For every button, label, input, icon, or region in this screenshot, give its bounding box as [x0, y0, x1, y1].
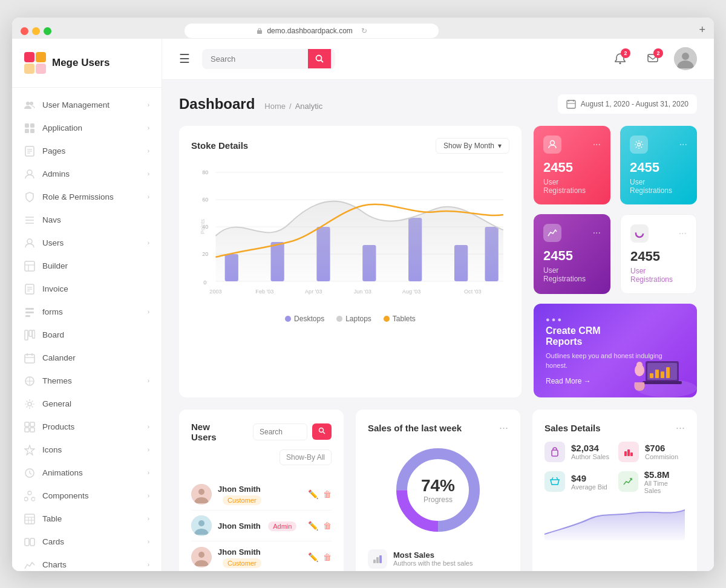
stat-value-1: 2455: [543, 160, 601, 175]
icons-icon: [24, 445, 35, 456]
sales-details-dots[interactable]: ···: [676, 422, 685, 434]
search-input[interactable]: [202, 49, 308, 69]
breadcrumb-home[interactable]: Home: [264, 102, 286, 111]
commission-value: $706: [645, 443, 678, 453]
show-by-button[interactable]: Show-By All: [280, 449, 332, 465]
delete-icon-2[interactable]: 🗑: [323, 521, 332, 531]
bottom-grid: NewUsers Show-By All: [179, 410, 697, 571]
svg-rect-29: [25, 315, 30, 317]
commission-icon: [618, 442, 639, 462]
sidebar-item-application[interactable]: Application ›: [12, 117, 162, 140]
edit-icon-2[interactable]: ✏️: [308, 521, 318, 531]
sidebar-item-forms[interactable]: forms ›: [12, 301, 162, 324]
crm-illustration: [624, 337, 697, 397]
dot-yellow[interactable]: [32, 27, 40, 35]
sidebar-item-cards[interactable]: Cards ›: [12, 531, 162, 554]
donut-label: Progress: [421, 495, 455, 504]
svg-rect-4: [36, 64, 46, 74]
sidebar-item-builder[interactable]: Builder: [12, 255, 162, 278]
sidebar-item-admins[interactable]: Admins ›: [12, 163, 162, 186]
forms-icon: [24, 307, 35, 318]
sidebar-item-animations[interactable]: Animations ›: [12, 462, 162, 485]
svg-rect-9: [25, 129, 29, 133]
svg-rect-1: [24, 52, 34, 62]
notification-button[interactable]: 2: [609, 47, 632, 70]
sidebar-item-table[interactable]: Table ›: [12, 508, 162, 531]
stat-card-cyan: ··· 2455 UserRegistrations: [620, 126, 697, 204]
new-users-card: NewUsers Show-By All: [179, 410, 344, 571]
edit-icon-3[interactable]: ✏️: [308, 552, 318, 562]
messages-button[interactable]: 2: [641, 47, 664, 70]
notification-badge: 2: [621, 48, 630, 58]
chart-filter-button[interactable]: Show By Month ▾: [436, 138, 509, 154]
reload-icon[interactable]: ↻: [361, 27, 367, 35]
dot-green[interactable]: [44, 27, 51, 35]
navs-icon: [24, 215, 35, 226]
cards-icon: [24, 537, 35, 547]
sidebar-item-products[interactable]: Products ›: [12, 416, 162, 439]
sidebar-item-components[interactable]: Components ›: [12, 485, 162, 508]
svg-point-19: [27, 239, 32, 244]
most-sales-name: Most Sales: [393, 550, 473, 560]
user-avatar[interactable]: [674, 47, 697, 70]
svg-text:Aug '03: Aug '03: [402, 289, 421, 295]
svg-text:Points: Points: [200, 218, 206, 234]
edit-icon-1[interactable]: ✏️: [308, 489, 318, 499]
most-sales-icon: [368, 549, 387, 569]
sidebar-item-icons[interactable]: Icons ›: [12, 439, 162, 462]
logo-icon: [24, 52, 46, 74]
new-tab-button[interactable]: +: [699, 24, 705, 39]
svg-text:80: 80: [202, 169, 208, 175]
user-name-2: Jhon Smith: [218, 521, 261, 531]
svg-rect-20: [25, 261, 34, 271]
delete-icon-1[interactable]: 🗑: [323, 489, 332, 499]
svg-point-115: [198, 520, 204, 526]
page-title: Dashboard: [179, 96, 255, 113]
sidebar-item-board[interactable]: Board: [12, 324, 162, 347]
user-info-2: Jhon Smith Admin: [218, 520, 302, 531]
date-range[interactable]: August 1, 2020 - August 31, 2020: [558, 94, 697, 114]
sidebar-item-invoice[interactable]: Invoice: [12, 278, 162, 301]
stats-row-top: ··· 2455 UserRegistrations: [534, 126, 697, 204]
donut-stat-icon: [635, 229, 644, 238]
svg-rect-33: [25, 354, 34, 363]
browser-address[interactable]: demo.dashboardpack.com ↻: [185, 24, 439, 38]
sidebar-item-charts[interactable]: Charts ›: [12, 554, 162, 571]
new-users-search-input[interactable]: [253, 423, 307, 440]
user-role-1: Customer: [223, 495, 261, 505]
detail-all-time: $5.8M All Time Sales: [618, 469, 685, 494]
search-button[interactable]: [308, 49, 331, 68]
svg-rect-2: [36, 52, 46, 62]
sales-chart-dots[interactable]: ···: [499, 422, 508, 434]
dot-red[interactable]: [21, 27, 28, 35]
search-icon: [315, 54, 324, 63]
all-time-value: $5.8M: [644, 469, 685, 480]
app-header: ☰ 2 2: [162, 39, 714, 80]
new-users-search-button[interactable]: [312, 423, 332, 440]
svg-rect-30: [25, 330, 28, 340]
stat-dots-3[interactable]: ···: [593, 227, 601, 238]
sidebar-item-navs[interactable]: Navs: [12, 209, 162, 232]
stat-dots-2[interactable]: ···: [679, 139, 687, 150]
stat-dots-4[interactable]: ···: [679, 228, 687, 239]
search-small-icon: [318, 427, 325, 434]
svg-rect-27: [25, 308, 34, 310]
svg-rect-53: [25, 538, 29, 546]
stat-value-4: 2455: [630, 249, 687, 264]
mini-chart-svg: [544, 504, 685, 540]
sidebar-item-calendar[interactable]: Calander: [12, 347, 162, 370]
hamburger-button[interactable]: ☰: [179, 51, 190, 66]
sidebar-item-users[interactable]: Users ›: [12, 232, 162, 255]
sidebar-item-pages[interactable]: Pages ›: [12, 140, 162, 163]
delete-icon-3[interactable]: 🗑: [323, 552, 332, 562]
user-icon: [24, 238, 35, 249]
user-info-3: Jhon Smith Customer: [218, 546, 302, 568]
sidebar-item-general[interactable]: General: [12, 393, 162, 416]
sidebar-item-themes[interactable]: Themes ›: [12, 370, 162, 393]
trending-icon: [623, 476, 633, 487]
stat-dots-1[interactable]: ···: [593, 139, 601, 150]
sidebar-item-user-management[interactable]: User Management ›: [12, 94, 162, 117]
sales-item-1: Most Sales Authors with the best sales: [368, 544, 508, 571]
sidebar-logo: Mege Users: [12, 39, 162, 88]
sidebar-item-role-permissions[interactable]: Role & Permissions ›: [12, 186, 162, 209]
